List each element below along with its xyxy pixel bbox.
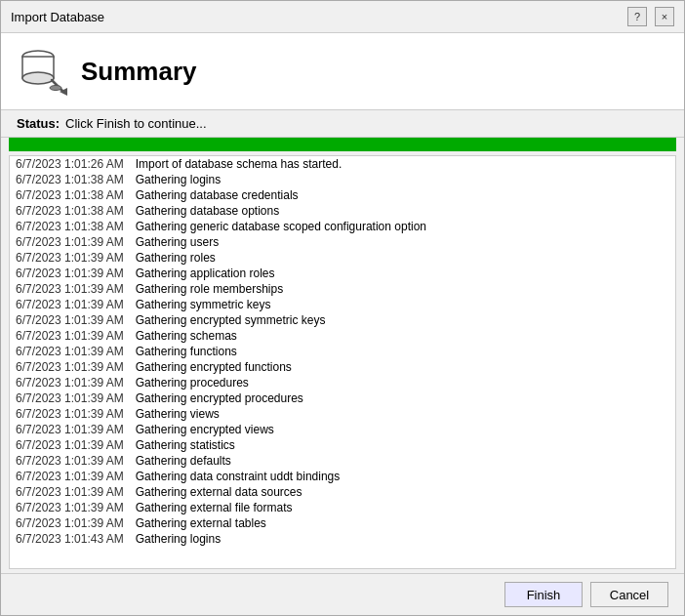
log-message: Import of database schema has started. [130,156,675,172]
log-timestamp: 6/7/2023 1:01:39 AM [10,390,130,406]
log-message: Gathering roles [130,250,675,266]
log-area[interactable]: 6/7/2023 1:01:26 AMImport of database sc… [9,155,676,569]
log-row: 6/7/2023 1:01:38 AMGathering logins [10,172,675,187]
log-timestamp: 6/7/2023 1:01:39 AM [10,406,130,422]
log-row: 6/7/2023 1:01:39 AMGathering encrypted v… [10,422,675,437]
log-timestamp: 6/7/2023 1:01:39 AM [10,484,130,500]
log-timestamp: 6/7/2023 1:01:39 AM [10,515,130,531]
log-row: 6/7/2023 1:01:38 AMGathering database op… [10,203,675,219]
log-timestamp: 6/7/2023 1:01:39 AM [10,500,130,515]
log-row: 6/7/2023 1:01:39 AMGathering encrypted f… [10,359,675,375]
log-table: 6/7/2023 1:01:26 AMImport of database sc… [10,156,675,547]
log-timestamp: 6/7/2023 1:01:39 AM [10,234,130,250]
log-timestamp: 6/7/2023 1:01:39 AM [10,422,130,437]
log-message: Gathering external data sources [130,484,675,500]
log-timestamp: 6/7/2023 1:01:39 AM [10,437,130,453]
log-message: Gathering functions [130,344,675,359]
log-message: Gathering views [130,406,675,422]
svg-point-5 [50,86,61,91]
log-message: Gathering external tables [130,515,675,531]
log-row: 6/7/2023 1:01:38 AMGathering generic dat… [10,219,675,234]
log-timestamp: 6/7/2023 1:01:39 AM [10,375,130,390]
log-row: 6/7/2023 1:01:39 AMGathering symmetric k… [10,297,675,312]
log-timestamp: 6/7/2023 1:01:39 AM [10,344,130,359]
log-row: 6/7/2023 1:01:39 AMGathering functions [10,344,675,359]
footer: Finish Cancel [1,573,684,615]
svg-point-2 [22,72,54,84]
log-timestamp: 6/7/2023 1:01:39 AM [10,266,130,281]
log-timestamp: 6/7/2023 1:01:39 AM [10,328,130,344]
log-timestamp: 6/7/2023 1:01:39 AM [10,359,130,375]
log-timestamp: 6/7/2023 1:01:38 AM [10,172,130,187]
log-row: 6/7/2023 1:01:43 AMGathering logins [10,531,675,547]
log-timestamp: 6/7/2023 1:01:39 AM [10,312,130,328]
log-message: Gathering procedures [130,375,675,390]
log-message: Gathering application roles [130,266,675,281]
log-message: Gathering statistics [130,437,675,453]
log-timestamp: 6/7/2023 1:01:38 AM [10,203,130,219]
log-message: Gathering symmetric keys [130,297,675,312]
log-timestamp: 6/7/2023 1:01:39 AM [10,297,130,312]
title-bar-controls: ? × [627,7,674,26]
log-message: Gathering encrypted functions [130,359,675,375]
log-row: 6/7/2023 1:01:39 AMGathering schemas [10,328,675,344]
log-row: 6/7/2023 1:01:39 AMGathering encrypted s… [10,312,675,328]
log-row: 6/7/2023 1:01:39 AMGathering statistics [10,437,675,453]
log-row: 6/7/2023 1:01:39 AMGathering application… [10,266,675,281]
log-message: Gathering database options [130,203,675,219]
log-row: 6/7/2023 1:01:39 AMGathering external da… [10,484,675,500]
log-row: 6/7/2023 1:01:39 AMGathering procedures [10,375,675,390]
log-message: Gathering users [130,234,675,250]
log-row: 6/7/2023 1:01:39 AMGathering external ta… [10,515,675,531]
log-message: Gathering encrypted symmetric keys [130,312,675,328]
log-message: Gathering encrypted views [130,422,675,437]
progress-bar-fill [9,138,676,151]
log-row: 6/7/2023 1:01:39 AMGathering views [10,406,675,422]
cancel-button[interactable]: Cancel [590,582,668,607]
log-message: Gathering database credentials [130,187,675,203]
log-row: 6/7/2023 1:01:39 AMGathering data constr… [10,469,675,484]
log-timestamp: 6/7/2023 1:01:39 AM [10,469,130,484]
log-message: Gathering schemas [130,328,675,344]
log-timestamp: 6/7/2023 1:01:38 AM [10,219,130,234]
header-section: Summary [1,33,684,110]
log-row: 6/7/2023 1:01:38 AMGathering database cr… [10,187,675,203]
log-row: 6/7/2023 1:01:39 AMGathering encrypted p… [10,390,675,406]
log-message: Gathering encrypted procedures [130,390,675,406]
status-bar: Status: Click Finish to continue... [1,110,684,138]
help-button[interactable]: ? [627,7,647,26]
log-message: Gathering defaults [130,453,675,469]
log-row: 6/7/2023 1:01:39 AMGathering external fi… [10,500,675,515]
finish-button[interactable]: Finish [504,582,583,607]
import-database-dialog: Import Database ? × Summary Status: Clic… [0,0,685,616]
log-row: 6/7/2023 1:01:26 AMImport of database sc… [10,156,675,172]
log-timestamp: 6/7/2023 1:01:38 AM [10,187,130,203]
log-timestamp: 6/7/2023 1:01:43 AM [10,531,130,547]
log-row: 6/7/2023 1:01:39 AMGathering roles [10,250,675,266]
title-bar: Import Database ? × [1,1,684,33]
status-text: Click Finish to continue... [65,116,207,131]
log-row: 6/7/2023 1:01:39 AMGathering defaults [10,453,675,469]
log-message: Gathering logins [130,531,675,547]
status-label: Status: [17,116,60,131]
log-row: 6/7/2023 1:01:39 AMGathering users [10,234,675,250]
progress-bar [9,138,676,151]
close-button[interactable]: × [655,7,674,26]
log-message: Gathering data constraint uddt bindings [130,469,675,484]
database-import-icon [17,45,69,98]
page-title: Summary [81,57,197,87]
log-row: 6/7/2023 1:01:39 AMGathering role member… [10,281,675,297]
dialog-title: Import Database [11,10,104,24]
log-timestamp: 6/7/2023 1:01:39 AM [10,250,130,266]
log-message: Gathering role memberships [130,281,675,297]
log-message: Gathering external file formats [130,500,675,515]
log-timestamp: 6/7/2023 1:01:39 AM [10,453,130,469]
log-timestamp: 6/7/2023 1:01:39 AM [10,281,130,297]
log-message: Gathering generic database scoped config… [130,219,675,234]
log-timestamp: 6/7/2023 1:01:26 AM [10,156,130,172]
log-message: Gathering logins [130,172,675,187]
